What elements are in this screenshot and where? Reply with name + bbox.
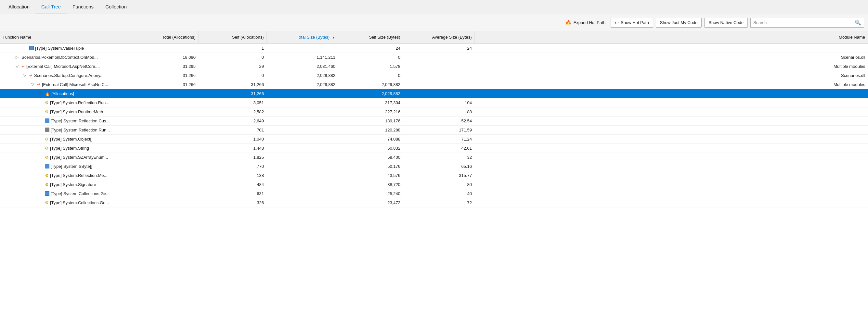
table-row[interactable]: ⚙ [Type] System.Collections.Ge... 326 23…	[0, 198, 868, 207]
cell-total-size: 2,031,460	[267, 62, 338, 71]
function-name-text: Scenarios.Startup.Configure.Anony...	[34, 73, 104, 78]
tree-expand-icon[interactable]: ▷	[16, 55, 20, 59]
table-row[interactable]: ⚙ [Type] System.Reflection.Me... 138 43,…	[0, 171, 868, 180]
cell-self-alloc: 1,825	[198, 152, 267, 162]
table-row[interactable]: ⚙ [Type] System.Object[] 1,040 74,088 71…	[0, 134, 868, 143]
cell-function-name: [Type] System.Reflection.Cus...	[0, 116, 127, 125]
cell-total-alloc	[127, 143, 198, 152]
table-row[interactable]: [Type] System.ValueTuple 1 24 24	[0, 43, 868, 53]
table-row[interactable]: [Type] System.SByte[] 770 50,176 65.16	[0, 162, 868, 171]
col-header-self-alloc[interactable]: Self (Allocations)	[198, 31, 267, 43]
cell-total-alloc	[127, 107, 198, 116]
tab-allocation[interactable]: Allocation	[3, 0, 35, 14]
cell-self-alloc: 1,040	[198, 134, 267, 143]
cell-self-alloc: 770	[198, 162, 267, 171]
type-icon-arrow: ↵	[22, 64, 25, 69]
cell-self-size: 38,720	[338, 180, 403, 189]
cell-self-size: 60,832	[338, 143, 403, 152]
cell-avg-size: 65.16	[403, 162, 474, 171]
table-row[interactable]: ▽ ↵ [External Call] Microsoft.AspNetCore…	[0, 62, 868, 71]
col-header-total-alloc[interactable]: Total (Allocations)	[127, 31, 198, 43]
table-row[interactable]: ⚙ [Type] System.SZArrayEnum... 1,825 58,…	[0, 152, 868, 162]
tab-collection[interactable]: Collection	[99, 0, 132, 14]
cell-module	[474, 152, 868, 162]
cell-avg-size: 32	[403, 152, 474, 162]
col-header-function[interactable]: Function Name	[0, 31, 127, 43]
expand-hot-path-label: Expand Hot Path	[574, 20, 606, 25]
tab-call-tree[interactable]: Call Tree	[35, 0, 67, 14]
table-container[interactable]: Function Name Total (Allocations) Self (…	[0, 31, 868, 310]
search-input[interactable]	[751, 19, 852, 26]
cell-function-name: ⚙ [Type] System.Signature	[0, 180, 127, 189]
flame-icon: 🔥	[565, 20, 571, 26]
col-header-avg-size[interactable]: Average Size (Bytes)	[403, 31, 474, 43]
cell-total-size	[267, 43, 338, 53]
sort-arrow-icon: ▼	[332, 36, 335, 39]
search-icon[interactable]: 🔍	[852, 18, 864, 27]
function-name-text: [Allocations]	[51, 91, 74, 96]
table-row[interactable]: ▽ ↵ Scenarios.Startup.Configure.Anony...…	[0, 71, 868, 80]
type-icon-gear: ⚙	[45, 173, 49, 178]
type-icon-gear: ⚙	[45, 146, 49, 150]
cell-function-name: ⚙ [Type] System.Reflection.Run...	[0, 98, 127, 107]
cell-self-size: 0	[338, 53, 403, 62]
cell-function-name: ▽ 🔥 [Allocations]	[0, 89, 127, 98]
cell-self-alloc: 31,266	[198, 80, 267, 89]
cell-function-name: ⚙ [Type] System.Reflection.Me...	[0, 171, 127, 180]
tree-collapse-icon[interactable]: ▽	[23, 73, 28, 77]
cell-total-size	[267, 143, 338, 152]
table-row[interactable]: ▷ Scenarios.PokemonDbContext.OnMod... 18…	[0, 53, 868, 62]
cell-self-size: 23,472	[338, 198, 403, 207]
col-header-self-size[interactable]: Self Size (Bytes)	[338, 31, 403, 43]
table-row[interactable]: ⚙ [Type] System.RuntimeMeth... 2,582 227…	[0, 107, 868, 116]
tree-collapse-icon[interactable]: ▽	[31, 82, 36, 87]
show-just-my-code-button[interactable]: Show Just My Code	[656, 18, 702, 28]
cell-total-alloc	[127, 125, 198, 134]
cell-module	[474, 143, 868, 152]
cell-self-alloc: 2,649	[198, 116, 267, 125]
cell-avg-size: 171.59	[403, 125, 474, 134]
col-header-module[interactable]: Module Name	[474, 31, 868, 43]
table-row[interactable]: ⚙ [Type] System.Reflection.Run... 3,051 …	[0, 98, 868, 107]
show-native-code-label: Show Native Code	[708, 20, 744, 25]
cell-self-size: 0	[338, 71, 403, 80]
table-row[interactable]: ⚙ [Type] System.String 1,448 60,832 42.0…	[0, 143, 868, 152]
cell-total-alloc	[127, 198, 198, 207]
cell-function-name: [Type] System.SByte[]	[0, 162, 127, 171]
function-name-text: [Type] System.SZArrayEnum...	[50, 155, 108, 160]
table-row[interactable]: [Type] System.Reflection.Cus... 2,649 13…	[0, 116, 868, 125]
table-row[interactable]: [Type] System.Collections.Ge... 631 25,2…	[0, 189, 868, 198]
table-row[interactable]: ⚙ [Type] System.Signature 484 38,720 80	[0, 180, 868, 189]
cell-self-alloc: 2,582	[198, 107, 267, 116]
tab-functions[interactable]: Functions	[67, 0, 99, 14]
cell-avg-size: 315.77	[403, 171, 474, 180]
cell-total-alloc	[127, 98, 198, 107]
search-container: 🔍	[750, 18, 864, 28]
cell-avg-size	[403, 53, 474, 62]
cell-avg-size: 80	[403, 180, 474, 189]
toolbar: 🔥 Expand Hot Path ↩ Show Hot Path Show J…	[0, 14, 868, 31]
cell-total-alloc	[127, 43, 198, 53]
cell-total-alloc	[127, 180, 198, 189]
cell-self-size: 43,576	[338, 171, 403, 180]
cell-self-size: 139,176	[338, 116, 403, 125]
col-header-total-size[interactable]: Total Size (Bytes) ▼	[267, 31, 338, 43]
show-hot-path-button[interactable]: ↩ Show Hot Path	[611, 18, 653, 28]
cell-self-size: 2,029,882	[338, 80, 403, 89]
cell-total-size: 2,029,882	[267, 71, 338, 80]
type-icon-gear: ⚙	[45, 182, 49, 187]
show-native-code-button[interactable]: Show Native Code	[704, 18, 748, 28]
table-row[interactable]: [Type] System.Reflection.Run... 701 120,…	[0, 125, 868, 134]
cell-self-size: 58,400	[338, 152, 403, 162]
function-name-text: [Type] System.ValueTuple	[35, 46, 84, 50]
table-header-row: Function Name Total (Allocations) Self (…	[0, 31, 868, 43]
cell-self-alloc: 0	[198, 53, 267, 62]
table-row[interactable]: ▽ ↵ [External Call] Microsoft.AspNetC...…	[0, 80, 868, 89]
table-row[interactable]: ▽ 🔥 [Allocations] 31,266 2,029,882	[0, 89, 868, 98]
type-icon-blue-box	[45, 118, 50, 123]
tree-collapse-icon[interactable]: ▽	[39, 91, 43, 96]
tree-collapse-icon[interactable]: ▽	[16, 64, 20, 68]
type-icon-gear: ⚙	[45, 155, 49, 160]
cell-module	[474, 198, 868, 207]
cell-function-name: ⚙ [Type] System.String	[0, 143, 127, 152]
